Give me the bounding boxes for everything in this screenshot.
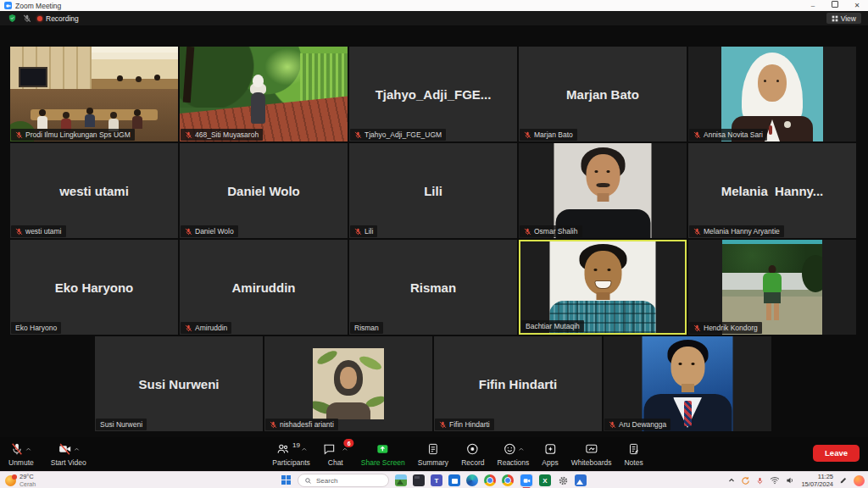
reactions-options-caret[interactable] — [518, 446, 524, 452]
participant-tile-nishadesfi-arianti[interactable]: nishadesfi arianti — [264, 336, 432, 431]
chat-button[interactable]: 6 Chat — [323, 441, 348, 467]
leave-button[interactable]: Leave — [813, 445, 860, 462]
participants-options-caret[interactable] — [301, 446, 307, 452]
participant-tile-annisa-novita-sari[interactable]: Annisa Novita Sari — [688, 47, 856, 141]
chat-unread-badge: 6 — [344, 439, 354, 447]
maximize-button[interactable] — [824, 0, 846, 11]
taskbar-teams-icon[interactable]: T — [431, 474, 442, 486]
shield-icon[interactable] — [8, 14, 17, 23]
taskbar-zoom-icon-active[interactable] — [520, 474, 533, 487]
share-screen-icon — [376, 442, 391, 456]
participant-video — [643, 336, 733, 431]
audio-status-icon — [23, 14, 31, 23]
participant-tile-daniel-wolo[interactable]: Daniel Wolo Daniel Wolo — [180, 143, 348, 238]
recording-indicator: Recording — [46, 14, 79, 23]
tray-volume-icon[interactable] — [786, 476, 795, 485]
search-placeholder: Search — [316, 477, 337, 485]
muted-mic-icon — [15, 131, 23, 139]
tray-sync-icon[interactable] — [741, 476, 750, 485]
tray-mic-icon[interactable] — [756, 476, 764, 485]
participants-button[interactable]: 19 Participants — [272, 441, 309, 467]
participant-video — [721, 47, 823, 141]
participant-name-label: Eko Haryono — [11, 322, 61, 334]
participant-tile-lili[interactable]: Lili Lili — [349, 143, 517, 238]
participant-tile-fifin-hindarti[interactable]: Fifin Hindarti Fifin Hindarti — [434, 336, 602, 431]
apps-button[interactable]: Apps — [542, 441, 558, 467]
participant-tile-bachtiar-mutaqih-active-speaker[interactable]: Bachtiar Mutaqih — [519, 240, 687, 335]
muted-mic-icon — [354, 228, 362, 236]
mic-icon — [10, 442, 24, 456]
participant-display-name: Lili — [349, 143, 517, 238]
taskbar-edge-icon[interactable] — [466, 474, 478, 486]
tray-pen-icon[interactable] — [839, 476, 848, 485]
participant-name-label: Aru Dewangga — [604, 419, 670, 430]
participant-tile-melania-hanny[interactable]: Melania Hanny... Melania Hanny Aryantie — [688, 143, 856, 238]
tray-notification-app-icon[interactable] — [854, 475, 865, 486]
taskbar-store-icon[interactable] — [448, 474, 460, 486]
participant-tile-marjan-bato[interactable]: Marjan Bato Marjan Bato — [519, 47, 687, 141]
video-options-caret[interactable] — [74, 446, 80, 452]
windows-taskbar: 29°C Cerah Search T — [0, 471, 868, 488]
participant-name-label: Melania Hanny Aryantie — [689, 225, 784, 237]
reactions-icon — [503, 442, 516, 456]
view-button[interactable]: View — [826, 13, 861, 24]
participants-icon — [275, 442, 290, 456]
unmute-button[interactable]: Unmute — [8, 441, 34, 467]
start-button[interactable] — [281, 475, 292, 485]
share-screen-button[interactable]: Share Screen — [361, 441, 405, 467]
unmute-options-caret[interactable] — [25, 446, 31, 452]
tray-chevron-up-icon[interactable] — [728, 477, 735, 484]
start-video-button[interactable]: Start Video — [51, 441, 86, 467]
tray-wifi-icon[interactable] — [770, 476, 780, 485]
taskbar-excel-icon[interactable]: X — [539, 474, 551, 486]
camera-icon — [58, 442, 72, 456]
participant-name-label: Daniel Wolo — [181, 225, 238, 237]
participant-video — [554, 143, 652, 238]
taskbar-folder-icon[interactable] — [413, 474, 425, 486]
participant-name-label: Amiruddin — [181, 322, 231, 334]
participant-tile-eko-haryono[interactable]: Eko Haryono Eko Haryono — [10, 240, 178, 335]
participant-tile-amiruddin[interactable]: Amiruddin Amiruddin — [180, 240, 348, 335]
taskbar-weather-widget[interactable]: 29°C Cerah — [5, 474, 36, 488]
weather-icon — [5, 475, 16, 486]
whiteboards-button[interactable]: Whiteboards — [571, 441, 612, 467]
participant-tile-westi-utami[interactable]: westi utami westi utami — [10, 143, 178, 238]
notes-button[interactable]: Notes — [624, 441, 643, 467]
tray-time: 11:25 — [818, 473, 833, 480]
participant-tile-prodi-ilmu-lingkungan[interactable]: Prodi Ilmu Lingkungan Sps UGM — [10, 47, 178, 141]
participant-avatar — [264, 336, 432, 431]
participant-display-name: Eko Haryono — [10, 240, 178, 335]
participant-video — [722, 240, 822, 335]
taskbar-widgets-icon[interactable] — [395, 474, 407, 486]
taskbar-chrome-icon[interactable] — [502, 474, 514, 486]
minimize-button[interactable]: – — [802, 0, 824, 11]
participant-name-label: Fifin Hindarti — [435, 419, 494, 430]
muted-mic-icon — [693, 131, 701, 139]
screen: Zoom Meeting – ✕ Recording View — [0, 0, 868, 488]
muted-mic-icon — [185, 324, 192, 332]
muted-mic-icon — [185, 228, 192, 236]
meeting-toolbar: Unmute Start Video — [0, 437, 868, 471]
participant-name-label: Tjahyo_Adji_FGE_UGM — [350, 129, 446, 141]
participant-tile-osmar-shalih[interactable]: Osmar Shalih — [519, 143, 687, 238]
summary-button[interactable]: Summary — [418, 441, 448, 467]
participant-name-label: 468_Siti Muyasaroh — [181, 129, 263, 141]
meeting-topbar: Recording View — [0, 11, 868, 25]
record-icon — [466, 442, 480, 456]
participant-tile-hendrik-kondorg[interactable]: Hendrik Kondorg — [688, 240, 856, 335]
close-button[interactable]: ✕ — [846, 0, 868, 11]
taskbar-search[interactable]: Search — [298, 474, 389, 487]
taskbar-photos-icon[interactable] — [575, 474, 587, 486]
participant-tile-tjahyo-adji[interactable]: Tjahyo_Adji_FGE... Tjahyo_Adji_FGE_UGM — [349, 47, 517, 141]
participant-display-name: Amiruddin — [180, 240, 348, 335]
reactions-button[interactable]: Reactions — [498, 441, 530, 467]
participant-tile-risman[interactable]: Risman Risman — [349, 240, 517, 335]
taskbar-settings-icon[interactable] — [557, 474, 569, 486]
muted-mic-icon — [693, 228, 701, 236]
taskbar-browser-icon[interactable] — [484, 474, 496, 486]
participant-tile-aru-dewangga[interactable]: Aru Dewangga — [604, 336, 771, 431]
participant-tile-susi-nurweni[interactable]: Susi Nurweni Susi Nurweni — [95, 336, 263, 431]
record-button[interactable]: Record — [461, 441, 484, 467]
tray-datetime[interactable]: 11:25 15/07/2024 — [801, 473, 833, 488]
participant-tile-siti-muyasaroh[interactable]: 468_Siti Muyasaroh — [180, 47, 348, 141]
